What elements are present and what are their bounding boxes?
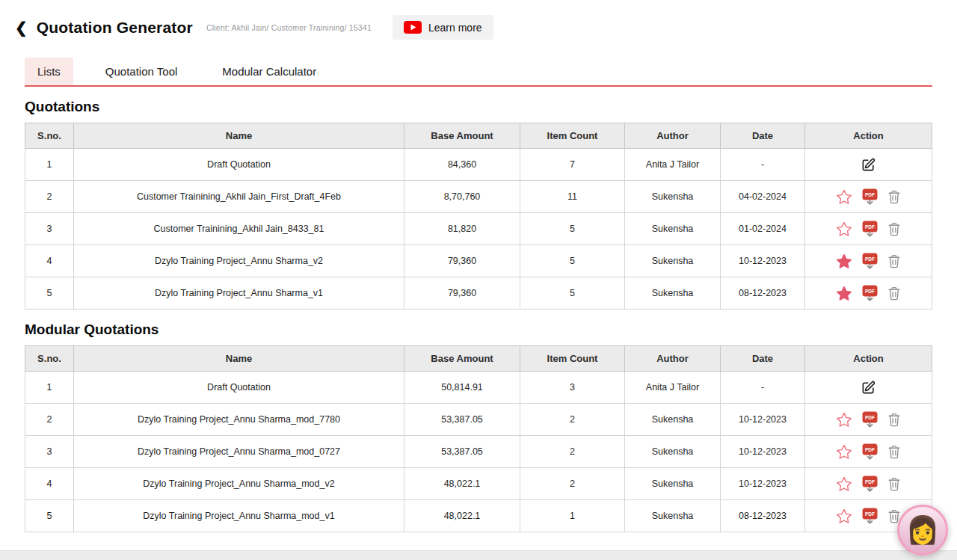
cell-item_count: 1 bbox=[520, 500, 625, 532]
cell-date: 10-12-2023 bbox=[721, 436, 805, 468]
cell-date: 04-02-2024 bbox=[721, 181, 805, 213]
pdf-download-icon[interactable]: PDF bbox=[862, 253, 878, 270]
cell-name: Customer Trainining_Akhil Jain_8433_81 bbox=[74, 213, 404, 245]
cell-date: 08-12-2023 bbox=[721, 500, 805, 532]
column-header: Item Count bbox=[520, 346, 625, 372]
cell-author: Sukensha bbox=[625, 500, 721, 532]
cell-base_amount: 8,70,760 bbox=[404, 181, 520, 213]
cell-sno: 3 bbox=[25, 213, 74, 245]
pdf-download-icon[interactable]: PDF bbox=[862, 285, 878, 302]
column-header: Date bbox=[721, 346, 805, 372]
delete-trash-icon[interactable] bbox=[887, 253, 901, 269]
cell-item_count: 5 bbox=[520, 213, 625, 245]
favorite-star-icon[interactable] bbox=[836, 286, 852, 301]
cell-author: Sukensha bbox=[625, 181, 721, 213]
bottom-scrollbar-track bbox=[0, 550, 957, 560]
modular-quotations-table: S.no.NameBase AmountItem CountAuthorDate… bbox=[25, 345, 932, 532]
cell-base_amount: 50,814.91 bbox=[404, 372, 520, 404]
cell-base_amount: 48,022.1 bbox=[404, 468, 520, 500]
tab-modular-calculator[interactable]: Modular Calculator bbox=[209, 58, 329, 85]
cell-actions bbox=[805, 149, 932, 181]
favorite-star-icon[interactable] bbox=[836, 508, 852, 524]
cell-name: Dzylo Training Project_Annu Sharma_mod_v… bbox=[74, 468, 404, 500]
column-header: S.no. bbox=[25, 346, 74, 372]
cell-date: 08-12-2023 bbox=[721, 277, 805, 310]
table-row: 5Dzylo Training Project_Annu Sharma_mod_… bbox=[25, 500, 932, 532]
delete-trash-icon[interactable] bbox=[887, 189, 901, 205]
svg-text:PDF: PDF bbox=[865, 479, 875, 484]
pdf-download-icon[interactable]: PDF bbox=[862, 443, 878, 461]
section-title: Modular Quotations bbox=[25, 321, 932, 338]
cell-base_amount: 48,022.1 bbox=[404, 500, 520, 532]
favorite-star-icon[interactable] bbox=[836, 444, 852, 460]
cell-sno: 5 bbox=[25, 500, 74, 532]
svg-text:PDF: PDF bbox=[865, 447, 875, 452]
cell-author: Sukensha bbox=[625, 213, 721, 245]
pdf-download-icon[interactable]: PDF bbox=[862, 508, 878, 525]
cell-item_count: 2 bbox=[520, 468, 625, 500]
cell-date: 10-12-2023 bbox=[721, 404, 805, 436]
cell-name: Dzylo Training Project_Annu Sharma_mod_v… bbox=[74, 500, 404, 532]
delete-trash-icon[interactable] bbox=[887, 444, 901, 460]
cell-actions: PDF bbox=[805, 468, 932, 500]
table-row: 4Dzylo Training Project_Annu Sharma_v279… bbox=[25, 245, 932, 277]
cell-item_count: 11 bbox=[520, 181, 625, 213]
tab-quotation-tool[interactable]: Quotation Tool bbox=[93, 58, 190, 85]
column-header: Author bbox=[625, 346, 721, 372]
cell-author: Sukensha bbox=[625, 277, 721, 310]
favorite-star-icon[interactable] bbox=[836, 476, 852, 492]
section-title: Quotations bbox=[25, 99, 932, 115]
cell-base_amount: 53,387.05 bbox=[404, 404, 520, 436]
cell-actions: PDF bbox=[805, 245, 932, 277]
cell-sno: 2 bbox=[25, 181, 74, 213]
delete-trash-icon[interactable] bbox=[887, 221, 901, 237]
pdf-download-icon[interactable]: PDF bbox=[862, 476, 878, 493]
cell-base_amount: 84,360 bbox=[404, 149, 520, 181]
cell-name: Dzylo Training Project_Annu Sharma_v2 bbox=[74, 245, 404, 277]
svg-text:PDF: PDF bbox=[865, 289, 875, 294]
cell-sno: 1 bbox=[25, 372, 74, 404]
delete-trash-icon[interactable] bbox=[887, 476, 901, 492]
quotations-table: S.no.NameBase AmountItem CountAuthorDate… bbox=[25, 123, 932, 310]
youtube-play-icon bbox=[404, 21, 422, 34]
column-header: Action bbox=[805, 346, 932, 372]
cell-actions bbox=[805, 372, 932, 404]
table-row: 2Dzylo Training Project_Annu Sharma_mod_… bbox=[25, 404, 932, 436]
tab-lists[interactable]: Lists bbox=[25, 58, 73, 85]
delete-trash-icon[interactable] bbox=[887, 286, 901, 301]
delete-trash-icon[interactable] bbox=[887, 412, 901, 428]
pdf-download-icon[interactable]: PDF bbox=[862, 188, 878, 206]
learn-more-button[interactable]: Learn more bbox=[393, 15, 493, 40]
cell-name: Customer Trainining_Akhil Jain_First_Dra… bbox=[74, 181, 404, 213]
cell-date: 10-12-2023 bbox=[721, 468, 805, 500]
edit-icon[interactable] bbox=[861, 381, 876, 395]
cell-actions: PDF bbox=[805, 181, 932, 213]
back-chevron-icon[interactable]: ❮ bbox=[15, 20, 28, 35]
table-row: 4Dzylo Training Project_Annu Sharma_mod_… bbox=[25, 468, 932, 500]
client-info-text: Client: Akhil Jain/ Customer Trainining/… bbox=[206, 23, 372, 32]
cell-item_count: 5 bbox=[520, 245, 625, 277]
cell-name: Dzylo Training Project_Annu Sharma_mod_7… bbox=[74, 404, 404, 436]
favorite-star-icon[interactable] bbox=[836, 412, 852, 428]
chat-assistant-avatar[interactable]: 👩 bbox=[897, 505, 948, 556]
cell-author: Sukensha bbox=[625, 468, 721, 500]
edit-icon[interactable] bbox=[861, 158, 876, 172]
table-row: 5Dzylo Training Project_Annu Sharma_v179… bbox=[25, 277, 932, 310]
cell-date: 10-12-2023 bbox=[721, 245, 805, 277]
column-header: Item Count bbox=[520, 123, 625, 149]
cell-item_count: 2 bbox=[520, 404, 625, 436]
column-header: Base Amount bbox=[404, 346, 520, 372]
favorite-star-icon[interactable] bbox=[836, 253, 852, 269]
pdf-download-icon[interactable]: PDF bbox=[862, 411, 878, 428]
pdf-download-icon[interactable]: PDF bbox=[862, 221, 878, 238]
column-header: Action bbox=[805, 123, 932, 149]
cell-author: Anita J Tailor bbox=[625, 372, 721, 404]
cell-name: Draft Quotation bbox=[74, 372, 404, 404]
cell-base_amount: 79,360 bbox=[404, 245, 520, 277]
svg-text:PDF: PDF bbox=[865, 192, 875, 197]
cell-actions: PDF bbox=[805, 404, 932, 436]
favorite-star-icon[interactable] bbox=[836, 189, 852, 205]
favorite-star-icon[interactable] bbox=[836, 221, 852, 237]
column-header: Author bbox=[625, 123, 721, 149]
cell-item_count: 7 bbox=[520, 149, 625, 181]
